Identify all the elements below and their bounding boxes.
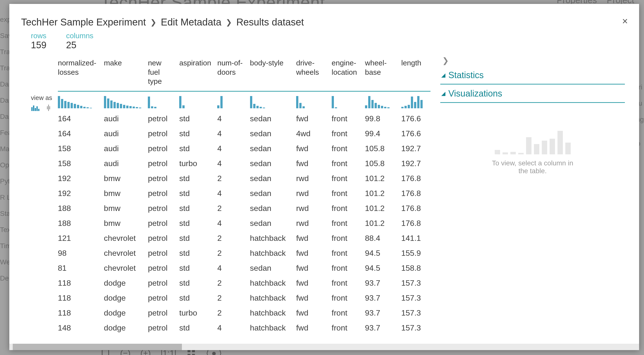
table-row[interactable]: 188bmwpetrolstd4sedanrwdfront101.2176.8 [58, 216, 430, 231]
cell[interactable]: 93.7 [365, 321, 401, 336]
breadcrumb-module[interactable]: Edit Metadata [161, 17, 221, 28]
cell[interactable]: front [332, 291, 365, 306]
cell[interactable]: 176.8 [401, 216, 430, 231]
cell[interactable]: 4 [217, 111, 250, 126]
cell[interactable]: 2 [217, 246, 250, 261]
histogram-view-icon[interactable] [31, 104, 41, 112]
table-row[interactable]: 158audipetrolturbo4sedanfwdfront105.8192… [58, 156, 430, 171]
cell[interactable]: 188 [58, 201, 104, 216]
cell[interactable]: 192 [58, 186, 104, 201]
cell[interactable]: front [332, 186, 365, 201]
cell[interactable]: hatchback [250, 291, 296, 306]
cell[interactable]: front [332, 276, 365, 291]
cell[interactable]: 105.8 [365, 156, 401, 171]
cell[interactable]: 4 [217, 126, 250, 141]
cell[interactable]: rwd [296, 201, 332, 216]
cell[interactable]: 118 [58, 291, 104, 306]
cell[interactable]: 93.7 [365, 306, 401, 321]
cell[interactable]: 118 [58, 276, 104, 291]
cell[interactable]: 93.7 [365, 276, 401, 291]
column-sparkline[interactable] [104, 91, 148, 111]
cell[interactable]: 158 [58, 141, 104, 156]
cell[interactable]: 164 [58, 126, 104, 141]
cell[interactable]: 4 [217, 336, 250, 339]
cell[interactable]: bmw [104, 186, 148, 201]
cell[interactable]: front [332, 306, 365, 321]
cell[interactable]: 99.4 [365, 126, 401, 141]
table-row[interactable]: 121chevroletpetrolstd2hatchbackfwdfront8… [58, 231, 430, 246]
cell[interactable]: hatchback [250, 231, 296, 246]
cell[interactable]: 4 [217, 141, 250, 156]
cell[interactable]: 192 [58, 171, 104, 186]
dialog-horizontal-scrollbar[interactable] [9, 344, 639, 350]
cell[interactable]: sedan [250, 186, 296, 201]
column-header[interactable]: length [401, 55, 430, 91]
cell[interactable]: 4 [217, 261, 250, 276]
cell[interactable]: front [332, 111, 365, 126]
cell[interactable]: fwd [296, 141, 332, 156]
cell[interactable]: front [332, 126, 365, 141]
cell[interactable]: sedan [250, 111, 296, 126]
cell[interactable]: petrol [148, 276, 179, 291]
cell[interactable]: front [332, 216, 365, 231]
column-header[interactable]: num-of-doors [217, 55, 250, 91]
cell[interactable]: front [332, 141, 365, 156]
cell[interactable]: std [179, 291, 217, 306]
cell[interactable]: petrol [148, 126, 179, 141]
column-header[interactable]: wheel-base [365, 55, 401, 91]
cell[interactable]: fwd [296, 111, 332, 126]
cell[interactable]: sedan [250, 336, 296, 339]
cell[interactable]: 148 [58, 336, 104, 339]
cell[interactable]: 101.2 [365, 216, 401, 231]
table-row[interactable]: 188bmwpetrolstd2sedanrwdfront101.2176.8 [58, 201, 430, 216]
cell[interactable]: 4 [217, 186, 250, 201]
cell[interactable]: front [332, 246, 365, 261]
cell[interactable]: std [179, 201, 217, 216]
cell[interactable]: std [179, 216, 217, 231]
cell[interactable]: fwd [296, 261, 332, 276]
table-row[interactable]: 118dodgepetrolstd2hatchbackfwdfront93.71… [58, 291, 430, 306]
cell[interactable]: 99.8 [365, 111, 401, 126]
table-row[interactable]: 118dodgepetrolstd2hatchbackfwdfront93.71… [58, 276, 430, 291]
cell[interactable]: fwd [296, 156, 332, 171]
cell[interactable]: petrol [148, 201, 179, 216]
cell[interactable]: 93.7 [365, 291, 401, 306]
cell[interactable]: 98 [58, 246, 104, 261]
scrollbar-thumb[interactable] [13, 344, 182, 350]
cell[interactable]: 4 [217, 156, 250, 171]
cell[interactable]: turbo [179, 156, 217, 171]
cell[interactable]: 155.9 [401, 246, 430, 261]
cell[interactable]: 105.8 [365, 141, 401, 156]
table-row[interactable]: 98chevroletpetrolstd2hatchbackfwdfront94… [58, 246, 430, 261]
cell[interactable]: petrol [148, 141, 179, 156]
cell[interactable]: rwd [296, 216, 332, 231]
cell[interactable]: front [332, 156, 365, 171]
cell[interactable]: audi [104, 141, 148, 156]
cell[interactable]: audi [104, 156, 148, 171]
column-header[interactable]: body-style [250, 55, 296, 91]
cell[interactable]: 118 [58, 306, 104, 321]
cell[interactable]: petrol [148, 321, 179, 336]
table-row[interactable]: 148dodgepetrolstd4hatchbackfwdfront93.71… [58, 321, 430, 336]
cell[interactable]: 192.7 [401, 141, 430, 156]
cell[interactable]: std [179, 126, 217, 141]
cell[interactable]: chevrolet [104, 231, 148, 246]
cell[interactable]: hatchback [250, 276, 296, 291]
cell[interactable]: 158.8 [401, 261, 430, 276]
breadcrumb-experiment[interactable]: TechHer Sample Experiment [21, 17, 146, 28]
table-row[interactable]: 158audipetrolstd4sedanfwdfront105.8192.7 [58, 141, 430, 156]
cell[interactable]: petrol [148, 306, 179, 321]
column-sparkline[interactable] [250, 91, 296, 111]
cell[interactable]: front [332, 231, 365, 246]
cell[interactable]: dodge [104, 276, 148, 291]
cell[interactable]: sedan [250, 156, 296, 171]
cell[interactable]: front [332, 336, 365, 339]
cell[interactable]: dodge [104, 336, 148, 339]
cell[interactable]: 157.3 [401, 276, 430, 291]
cell[interactable]: 101.2 [365, 171, 401, 186]
cell[interactable]: fwd [296, 306, 332, 321]
cell[interactable]: 2 [217, 231, 250, 246]
boxplot-view-icon[interactable] [44, 104, 54, 112]
column-sparkline[interactable] [58, 91, 104, 111]
cell[interactable]: 94.5 [365, 261, 401, 276]
